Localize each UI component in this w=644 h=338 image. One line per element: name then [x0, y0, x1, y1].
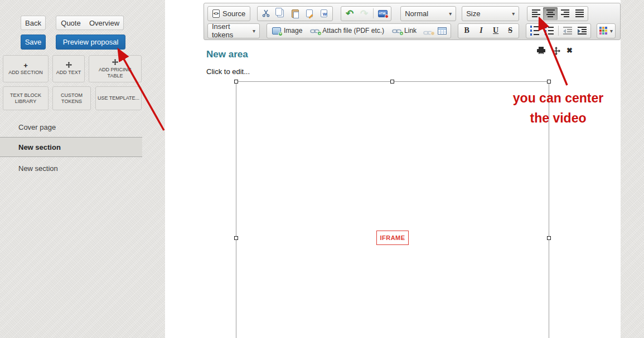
align-right-button[interactable] — [558, 7, 572, 20]
toolbar-separator — [558, 26, 559, 36]
editor-toolbar: <> Source W ↶ ↷ HTML Normal ▾ Size ▾ — [204, 3, 621, 40]
selection-edge-left — [236, 81, 236, 338]
selection-edge-right — [549, 81, 549, 338]
redo-icon: ↷ — [360, 9, 368, 18]
copy-button[interactable] — [273, 7, 288, 20]
use-template-button[interactable]: USE TEMPLATE... — [95, 86, 142, 110]
bulleted-list-button[interactable] — [542, 25, 556, 37]
bold-button[interactable]: B — [459, 25, 474, 37]
redo-button[interactable]: ↷ — [357, 7, 371, 20]
chevron-down-icon: ▾ — [512, 11, 515, 17]
section-item-cover-page[interactable]: Cover page — [0, 117, 142, 137]
selection-handle-top-middle[interactable] — [390, 80, 394, 84]
align-center-button[interactable] — [543, 7, 558, 20]
html-icon: HTML — [378, 10, 388, 17]
indent-button[interactable] — [575, 25, 589, 37]
quote-tab-button[interactable]: Quote — [56, 16, 86, 30]
move-icon — [112, 59, 118, 67]
insert-image-button[interactable]: + Image — [268, 25, 306, 37]
section-item-new-section-selected[interactable]: New section — [0, 137, 142, 157]
list-indent-group — [526, 23, 591, 38]
unlink-button[interactable] — [420, 25, 435, 37]
cleanup-html-button[interactable]: HTML — [375, 7, 390, 20]
align-right-icon — [561, 9, 569, 17]
alignment-group — [527, 6, 588, 21]
toolbar-row-1: <> Source W ↶ ↷ HTML Normal ▾ Size ▾ — [207, 5, 620, 22]
table-icon — [438, 27, 447, 35]
move-icon — [66, 62, 72, 70]
paste-as-text-button[interactable] — [302, 7, 317, 20]
paste-from-word-button[interactable]: W — [317, 7, 331, 20]
paste-button[interactable] — [288, 7, 302, 20]
use-template-label: USE TEMPLATE... — [98, 95, 139, 101]
paragraph-format-dropdown[interactable]: Normal ▾ — [400, 6, 456, 21]
move-icon[interactable] — [552, 47, 560, 57]
back-button[interactable]: Back — [21, 16, 46, 30]
copy-icon — [275, 8, 282, 16]
strikethrough-button[interactable]: S — [503, 25, 517, 37]
section-item-new-section[interactable]: New section — [0, 158, 142, 178]
text-color-dropdown[interactable]: ▾ — [597, 23, 616, 38]
close-icon[interactable]: ✖ — [566, 47, 573, 55]
font-size-value: Size — [466, 9, 480, 18]
unlink-icon — [423, 28, 433, 33]
align-left-button[interactable] — [529, 7, 543, 20]
add-section-button[interactable]: + ADD SECTION — [3, 55, 49, 82]
iframe-placeholder[interactable]: IFRAME — [376, 231, 409, 245]
cut-button[interactable] — [259, 7, 273, 20]
source-button[interactable]: <> Source — [207, 6, 250, 21]
undo-button[interactable]: ↶ — [342, 7, 357, 20]
add-pricing-table-button[interactable]: ADD PRICING TABLE — [89, 55, 142, 82]
custom-tokens-label: CUSTOM TOKENS — [54, 92, 89, 105]
outdent-button[interactable] — [560, 25, 575, 37]
source-label: Source — [222, 9, 245, 18]
add-text-label: ADD TEXT — [56, 70, 81, 76]
image-icon: + — [272, 27, 281, 35]
paste-text-icon — [306, 9, 313, 17]
toolbar-separator — [373, 8, 374, 18]
section-title: New area — [206, 49, 248, 60]
insert-tokens-dropdown[interactable]: Insert tokens ▾ — [207, 23, 260, 38]
plus-icon: + — [23, 62, 28, 70]
numbered-list-icon — [530, 26, 539, 36]
selection-handle-top-left[interactable] — [234, 80, 238, 84]
chevron-down-icon: ▾ — [610, 28, 613, 34]
italic-button[interactable]: I — [474, 25, 488, 37]
save-button[interactable]: Save — [21, 35, 46, 50]
overview-tab-button[interactable]: Overview — [85, 16, 124, 30]
italic-icon: I — [480, 26, 482, 35]
paragraph-format-value: Normal — [405, 9, 428, 18]
numbered-list-button[interactable] — [527, 25, 542, 37]
align-left-icon — [532, 9, 540, 17]
add-pricing-table-label: ADD PRICING TABLE — [90, 67, 140, 79]
custom-tokens-button[interactable]: CUSTOM TOKENS — [52, 86, 91, 110]
bulleted-list-icon — [545, 27, 554, 35]
insert-group: + Image + Attach file (PDF etc.) + Link — [267, 23, 451, 38]
print-icon[interactable] — [537, 47, 545, 57]
attach-file-button[interactable]: + Attach file (PDF etc.) — [306, 25, 388, 37]
attach-icon: + — [310, 28, 319, 33]
text-block-library-button[interactable]: TEXT BLOCK LIBRARY — [3, 86, 49, 110]
insert-table-button[interactable] — [435, 25, 449, 37]
strikethrough-icon: S — [508, 26, 512, 35]
undo-icon: ↶ — [346, 9, 354, 18]
add-section-label: ADD SECTION — [8, 70, 43, 76]
underline-button[interactable]: U — [488, 25, 503, 37]
preview-proposal-button[interactable]: Preview proposal — [56, 35, 125, 50]
paste-word-icon: W — [321, 9, 327, 17]
selection-handle-top-right[interactable] — [547, 80, 551, 84]
click-to-edit-placeholder[interactable]: Click to edit... — [206, 67, 250, 76]
link-label: Link — [404, 27, 417, 35]
add-text-button[interactable]: ADD TEXT — [52, 55, 85, 82]
insert-tokens-label: Insert tokens — [212, 22, 247, 39]
selection-handle-middle-right[interactable] — [547, 236, 551, 240]
paste-icon — [292, 9, 299, 18]
image-label: Image — [284, 27, 302, 35]
font-size-dropdown[interactable]: Size ▾ — [462, 6, 519, 21]
text-block-library-label: TEXT BLOCK LIBRARY — [4, 92, 47, 105]
selection-handle-middle-left[interactable] — [234, 236, 238, 240]
outdent-icon — [563, 27, 572, 35]
align-justify-button[interactable] — [572, 7, 587, 20]
scissors-icon — [262, 9, 270, 17]
link-button[interactable]: + Link — [388, 25, 420, 37]
